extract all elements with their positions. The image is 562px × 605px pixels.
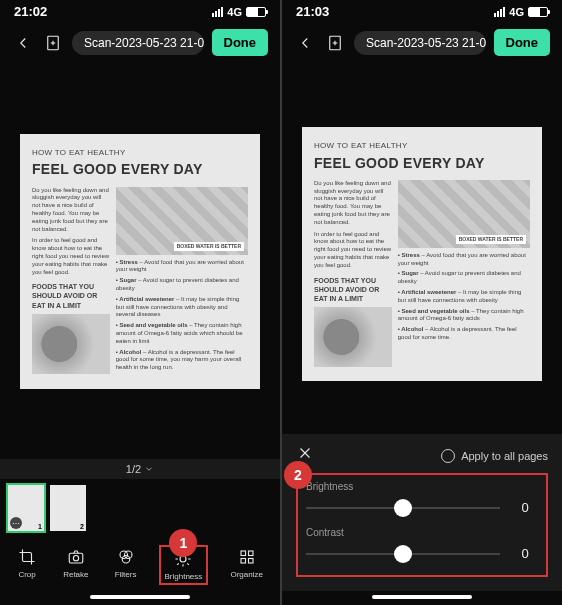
svg-rect-3 [69, 553, 83, 563]
filters-icon [116, 547, 136, 567]
thumbnail-strip: ⋯ 1 2 [0, 479, 280, 537]
svg-rect-19 [241, 559, 246, 564]
svg-point-6 [124, 551, 132, 559]
status-time: 21:02 [14, 4, 47, 19]
right-phone-screen: 21:03 4G Scan-2023-05-23 21-01-17 Done H… [282, 0, 562, 605]
left-phone-screen: 21:02 4G Scan-2023-05-23 21-01-17 Done H… [0, 0, 280, 605]
organize-button[interactable]: Organize [226, 545, 266, 585]
document-title[interactable]: Scan-2023-05-23 21-01-17 [354, 31, 486, 55]
brightness-button[interactable]: 1 Brightness [159, 545, 209, 585]
svg-point-4 [73, 556, 78, 561]
status-bar: 21:02 4G [0, 0, 280, 21]
status-right: 4G [212, 6, 266, 18]
home-indicator[interactable] [90, 595, 190, 599]
svg-line-15 [178, 563, 180, 565]
contrast-slider[interactable] [306, 553, 500, 555]
done-button[interactable]: Done [494, 29, 551, 56]
top-toolbar: Scan-2023-05-23 21-01-17 Done [282, 21, 562, 64]
signal-icon [494, 7, 505, 17]
doc-heading2: FOODS THAT YOU SHOULD AVOID OR EAT IN A … [32, 282, 110, 309]
top-toolbar: Scan-2023-05-23 21-01-17 Done [0, 21, 280, 64]
crop-icon [17, 547, 37, 567]
organize-icon [237, 547, 257, 567]
add-page-button[interactable] [324, 32, 346, 54]
camera-icon [66, 547, 86, 567]
svg-rect-20 [248, 559, 253, 564]
brightness-slider[interactable] [306, 507, 500, 509]
battery-icon [528, 7, 548, 17]
apply-all-pages-toggle[interactable]: Apply to all pages [441, 449, 548, 463]
doc-subtitle: HOW TO EAT HEALTHY [314, 141, 530, 151]
status-right: 4G [494, 6, 548, 18]
add-page-button[interactable] [42, 32, 64, 54]
battery-icon [246, 7, 266, 17]
done-button[interactable]: Done [212, 29, 269, 56]
doc-subtitle: HOW TO EAT HEALTHY [32, 148, 248, 158]
brightness-slider-group: Brightness 0 [306, 481, 538, 515]
brightness-panel: Apply to all pages 2 Brightness 0 Contra… [282, 434, 562, 591]
add-page-icon [44, 34, 62, 52]
network-label: 4G [227, 6, 242, 18]
svg-line-12 [188, 563, 190, 565]
document-preview-area[interactable]: HOW TO EAT HEALTHY FEEL GOOD EVERY DAY D… [0, 64, 280, 459]
back-button[interactable] [294, 32, 316, 54]
doc-citrus-image: BOXED WATER IS BETTER [398, 180, 530, 248]
scanned-document: HOW TO EAT HEALTHY FEEL GOOD EVERY DAY D… [302, 127, 542, 381]
doc-cup-image [314, 307, 392, 367]
contrast-slider-thumb[interactable] [394, 545, 412, 563]
signal-icon [212, 7, 223, 17]
doc-title: FEEL GOOD EVERY DAY [32, 160, 248, 178]
brightness-label: Brightness [306, 481, 538, 492]
svg-rect-18 [248, 551, 253, 556]
thumbnail-menu-icon[interactable]: ⋯ [10, 517, 22, 529]
status-time: 21:03 [296, 4, 329, 19]
home-indicator[interactable] [372, 595, 472, 599]
bottom-toolbar: Crop Retake Filters 1 Brightness Organiz… [0, 537, 280, 591]
chevron-left-icon [296, 34, 314, 52]
thumbnail-1[interactable]: ⋯ 1 [8, 485, 44, 531]
thumbnail-2[interactable]: 2 [50, 485, 86, 531]
brightness-controls-box: 2 Brightness 0 Contrast 0 [296, 473, 548, 577]
network-label: 4G [509, 6, 524, 18]
chevron-left-icon [14, 34, 32, 52]
doc-citrus-image: BOXED WATER IS BETTER [116, 187, 248, 255]
retake-button[interactable]: Retake [59, 545, 92, 585]
doc-heading2: FOODS THAT YOU SHOULD AVOID OR EAT IN A … [314, 276, 392, 303]
scanned-document: HOW TO EAT HEALTHY FEEL GOOD EVERY DAY D… [20, 134, 260, 389]
chevron-down-icon [144, 464, 154, 474]
document-title[interactable]: Scan-2023-05-23 21-01-17 [72, 31, 204, 55]
contrast-label: Contrast [306, 527, 538, 538]
radio-icon [441, 449, 455, 463]
page-indicator[interactable]: 1/2 [0, 459, 280, 479]
brightness-slider-thumb[interactable] [394, 499, 412, 517]
svg-point-7 [122, 556, 130, 564]
brightness-value: 0 [512, 500, 538, 515]
contrast-value: 0 [512, 546, 538, 561]
svg-rect-17 [241, 551, 246, 556]
annotation-badge-2: 2 [284, 461, 312, 489]
boxed-water-label: BOXED WATER IS BETTER [174, 242, 244, 251]
document-preview-area[interactable]: HOW TO EAT HEALTHY FEEL GOOD EVERY DAY D… [282, 64, 562, 434]
add-page-icon [326, 34, 344, 52]
doc-cup-image [32, 314, 110, 374]
crop-button[interactable]: Crop [13, 545, 41, 585]
contrast-slider-group: Contrast 0 [306, 527, 538, 561]
doc-title: FEEL GOOD EVERY DAY [314, 154, 530, 172]
annotation-badge-1: 1 [169, 529, 197, 557]
close-icon [296, 444, 314, 462]
back-button[interactable] [12, 32, 34, 54]
status-bar: 21:03 4G [282, 0, 562, 21]
filters-button[interactable]: Filters [111, 545, 141, 585]
boxed-water-label: BOXED WATER IS BETTER [456, 235, 526, 244]
